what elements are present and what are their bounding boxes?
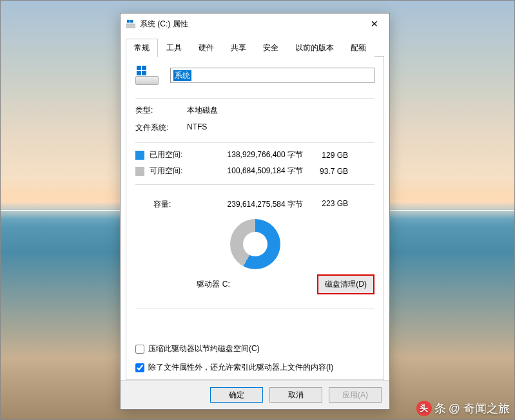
used-space-gb: 129 GB: [309, 151, 348, 160]
divider: [135, 184, 374, 185]
tab-tools[interactable]: 工具: [158, 39, 190, 57]
dialog-content: 常规 工具 硬件 共享 安全 以前的版本 配额 系统 类型: 本地磁盘: [121, 34, 389, 380]
watermark-text: @ 奇闻之旅: [449, 401, 510, 416]
type-label: 类型:: [135, 105, 187, 116]
type-value: 本地磁盘: [187, 105, 374, 116]
window-title: 系统 (C:) 属性: [140, 19, 360, 30]
filesystem-value: NTFS: [187, 122, 374, 133]
index-checkbox[interactable]: [135, 363, 144, 372]
cancel-button[interactable]: 取消: [269, 387, 322, 403]
capacity-bytes: 239,614,275,584 字节: [200, 199, 309, 210]
compress-checkbox-label: 压缩此驱动器以节约磁盘空间(C): [148, 343, 260, 354]
properties-dialog: 系统 (C:) 属性 ✕ 常规 工具 硬件 共享 安全 以前的版本 配额 系统: [120, 13, 390, 410]
titlebar: 系统 (C:) 属性 ✕: [121, 14, 389, 34]
capacity-label: 容量:: [135, 199, 200, 210]
compress-checkbox-row[interactable]: 压缩此驱动器以节约磁盘空间(C): [135, 343, 374, 354]
index-checkbox-label: 除了文件属性外，还允许索引此驱动器上文件的内容(I): [148, 362, 333, 373]
used-space-bytes: 138,929,766,400 字节: [200, 149, 309, 160]
svg-rect-1: [127, 20, 130, 23]
usage-chart: [135, 219, 374, 269]
filesystem-label: 文件系统:: [135, 122, 187, 133]
tab-quota[interactable]: 配额: [342, 39, 374, 57]
watermark-icon: 头: [416, 401, 432, 416]
close-icon: ✕: [371, 19, 378, 29]
used-space-label: 已用空间:: [150, 149, 200, 160]
tab-security[interactable]: 安全: [255, 39, 287, 57]
divider: [135, 309, 374, 309]
volume-name-input[interactable]: 系统: [170, 68, 374, 83]
tab-general[interactable]: 常规: [126, 39, 158, 57]
drive-row: 驱动器 C: 磁盘清理(D): [135, 274, 374, 294]
tab-sharing[interactable]: 共享: [222, 39, 255, 57]
donut-icon: [230, 219, 280, 269]
drive-large-icon: [135, 66, 159, 85]
tab-hardware[interactable]: 硬件: [190, 39, 222, 57]
disk-cleanup-button[interactable]: 磁盘清理(D): [317, 274, 374, 294]
free-space-bytes: 100,684,509,184 字节: [200, 166, 309, 177]
tab-strip: 常规 工具 硬件 共享 安全 以前的版本 配额: [126, 38, 384, 57]
drive-label: 驱动器 C:: [135, 279, 291, 290]
capacity-gb: 223 GB: [309, 199, 348, 210]
used-space-swatch: [135, 151, 144, 160]
free-space-gb: 93.7 GB: [309, 167, 348, 176]
space-table: 已用空间: 138,929,766,400 字节 129 GB 可用空间: 10…: [135, 149, 374, 177]
dialog-buttons: 确定 取消 应用(A): [121, 380, 389, 409]
close-button[interactable]: ✕: [360, 14, 389, 34]
free-space-swatch: [135, 167, 144, 176]
options: 压缩此驱动器以节约磁盘空间(C) 除了文件属性外，还允许索引此驱动器上文件的内容…: [135, 338, 374, 373]
type-info: 类型: 本地磁盘 文件系统: NTFS: [135, 105, 374, 133]
watermark-prefix: 条: [434, 401, 446, 416]
tab-previous-versions[interactable]: 以前的版本: [287, 39, 342, 57]
svg-rect-0: [126, 24, 135, 28]
capacity-row: 容量: 239,614,275,584 字节 223 GB: [135, 199, 374, 210]
drive-icon: [126, 19, 136, 29]
volume-name-text: 系统: [173, 70, 191, 81]
divider: [135, 142, 374, 143]
apply-button[interactable]: 应用(A): [329, 387, 382, 403]
volume-name-row: 系统: [135, 66, 374, 85]
compress-checkbox[interactable]: [135, 345, 144, 354]
free-space-label: 可用空间:: [150, 166, 200, 177]
ok-button[interactable]: 确定: [210, 387, 263, 403]
index-checkbox-row[interactable]: 除了文件属性外，还允许索引此驱动器上文件的内容(I): [135, 362, 374, 373]
watermark: 头 条 @ 奇闻之旅: [416, 401, 510, 416]
tab-panel-general: 系统 类型: 本地磁盘 文件系统: NTFS 已用空间: 138,929,766…: [126, 57, 384, 380]
svg-rect-2: [130, 20, 133, 23]
divider: [135, 98, 374, 99]
